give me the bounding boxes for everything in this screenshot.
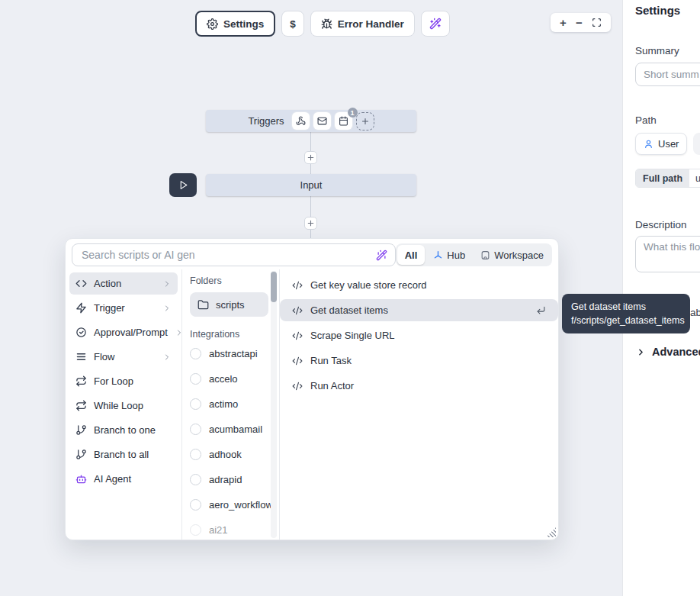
result-label: Scrape Single URL	[310, 330, 395, 341]
owner-folder-chip[interactable]	[693, 133, 700, 155]
lines-icon	[75, 351, 87, 362]
integration-label: actimo	[209, 398, 238, 410]
description-label: Description	[635, 219, 687, 230]
scrollbar-track	[271, 271, 277, 538]
enter-key-icon	[536, 305, 546, 315]
input-node-label: Input	[300, 179, 323, 191]
result-label: Get dataset items	[310, 304, 388, 316]
integration-item[interactable]: acumbamail	[190, 417, 268, 442]
search-input[interactable]	[80, 248, 370, 262]
settings-button[interactable]: Settings	[195, 11, 275, 37]
repeat-icon	[75, 400, 87, 411]
category-flow[interactable]: Flow	[69, 346, 178, 368]
code-slash-icon	[292, 356, 303, 366]
result-item[interactable]: Run Task	[280, 350, 558, 372]
integration-logo-placeholder	[190, 499, 201, 511]
category-while-loop[interactable]: While Loop	[69, 395, 178, 417]
advanced-section-toggle[interactable]: Advanced	[636, 346, 700, 358]
integration-label: aero_workflow	[209, 499, 273, 511]
code-slash-icon	[292, 381, 303, 391]
integration-label: acumbamail	[209, 424, 262, 435]
integration-item[interactable]: abstractapi	[190, 341, 268, 366]
result-item[interactable]: Scrape Single URL	[280, 324, 558, 346]
check-circle-icon	[75, 327, 87, 338]
filter-workspace[interactable]: Workspace	[474, 245, 551, 265]
result-item[interactable]: Run Actor	[280, 375, 558, 397]
category-label: Flow	[94, 351, 114, 362]
integration-item[interactable]: accelo	[190, 366, 268, 391]
category-trigger[interactable]: Trigger	[69, 297, 178, 319]
integration-logo-placeholder	[190, 398, 201, 410]
result-item-selected[interactable]: Get dataset items	[280, 299, 558, 321]
result-item[interactable]: Get key value store record	[280, 274, 558, 296]
chevron-right-icon	[162, 279, 172, 288]
robot-icon	[75, 473, 87, 485]
search-box[interactable]	[72, 243, 396, 266]
settings-panel-title: Settings	[635, 4, 680, 17]
category-action[interactable]: Action	[69, 272, 178, 295]
category-ai-agent[interactable]: AI Agent	[69, 468, 178, 490]
integration-label: ai21	[209, 524, 228, 536]
canvas-zoom-controls: + −	[551, 13, 611, 32]
ai-assistant-button[interactable]	[421, 11, 450, 37]
category-label: Trigger	[94, 302, 125, 314]
category-approval-prompt[interactable]: Approval/Prompt	[69, 321, 178, 343]
zoom-out-button[interactable]: −	[576, 17, 583, 28]
result-tooltip: Get dataset items f/scripts/get_dataset_…	[562, 294, 690, 333]
error-handler-button[interactable]: Error Handler	[310, 11, 415, 37]
filter-hub[interactable]: Hub	[426, 245, 472, 265]
advanced-label: Advanced	[652, 346, 700, 358]
integration-label: adrapid	[209, 474, 242, 485]
summary-input[interactable]	[635, 63, 700, 86]
integration-item[interactable]: ai21	[190, 517, 268, 540]
integration-logo-placeholder	[190, 373, 201, 385]
integration-item[interactable]: actimo	[190, 391, 268, 417]
picker-header: All Hub Workspace	[72, 243, 552, 266]
schedule-icon[interactable]: 1	[335, 112, 352, 130]
filter-hub-label: Hub	[447, 250, 465, 261]
webhook-icon[interactable]	[292, 112, 310, 130]
zoom-in-button[interactable]: +	[560, 17, 567, 28]
integration-logo-placeholder	[190, 348, 201, 359]
bug-icon	[321, 18, 332, 30]
insert-step-button-bottom[interactable]	[304, 217, 317, 230]
folders-heading: Folders	[190, 275, 268, 286]
triggers-node[interactable]: Triggers 1	[206, 110, 416, 132]
ai-gen-wand-icon[interactable]	[376, 250, 387, 261]
category-branch-to-all[interactable]: Branch to all	[69, 443, 178, 466]
integration-item[interactable]: adhook	[190, 442, 268, 467]
category-branch-to-one[interactable]: Branch to one	[69, 419, 178, 441]
dollar-label: $	[290, 18, 296, 30]
integration-logo-placeholder	[190, 474, 201, 485]
code-icon	[75, 278, 87, 289]
result-label: Run Actor	[310, 380, 354, 391]
owner-user-chip[interactable]: User	[635, 133, 687, 155]
summary-label: Summary	[635, 45, 679, 56]
email-trigger-icon[interactable]	[313, 112, 331, 130]
input-node[interactable]: Input	[206, 174, 416, 196]
full-path-label: Full path	[636, 169, 689, 187]
code-slash-icon	[292, 330, 303, 341]
description-textarea[interactable]	[635, 236, 700, 272]
branch-icon	[75, 424, 87, 436]
integration-item[interactable]: adrapid	[190, 467, 268, 492]
code-slash-icon	[292, 280, 303, 291]
step-picker-modal: All Hub Workspace Action Tri	[65, 238, 559, 540]
category-for-loop[interactable]: For Loop	[69, 370, 178, 392]
full-path-value[interactable]: u	[689, 169, 700, 187]
insert-step-button-top[interactable]	[304, 151, 317, 164]
user-icon	[644, 139, 653, 149]
fit-view-icon[interactable]	[592, 18, 602, 27]
filter-all[interactable]: All	[397, 245, 425, 265]
bolt-icon	[75, 302, 87, 314]
add-trigger-button[interactable]	[356, 112, 374, 130]
result-label: Get key value store record	[310, 279, 426, 291]
test-flow-play-button[interactable]	[169, 173, 197, 197]
integration-item[interactable]: aero_workflow	[190, 492, 268, 517]
scrollbar-thumb[interactable]	[271, 272, 277, 302]
folder-item-scripts[interactable]: scripts	[190, 292, 268, 317]
category-label: While Loop	[94, 400, 143, 411]
category-label: Approval/Prompt	[94, 327, 168, 338]
tooltip-title: Get dataset items	[571, 300, 681, 314]
worker-cost-button[interactable]: $	[281, 11, 304, 37]
